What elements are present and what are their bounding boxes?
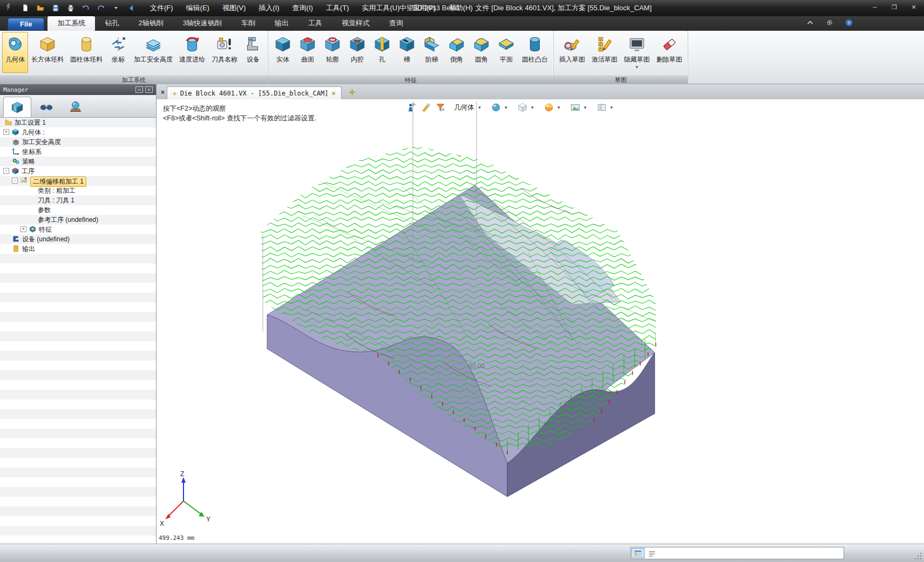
tree-row[interactable]: +几何体 : (0, 127, 156, 137)
new-file-icon[interactable] (21, 3, 30, 13)
ribbon-button-stock-cylinder[interactable]: 圆柱体坯料 (67, 32, 106, 73)
tree-item-label[interactable]: 加工设置 1 (15, 118, 46, 127)
ribbon-tab-1[interactable]: 加工系统 (47, 16, 95, 31)
ribbon-button-hole[interactable]: 孔 (370, 32, 395, 73)
wireframe-cube-icon[interactable] (517, 102, 528, 113)
menu-6[interactable]: 工具(T) (321, 2, 355, 15)
menu-5[interactable]: 查询(I) (287, 2, 318, 15)
statusbar-button-list-view[interactable] (646, 548, 658, 558)
tree-row[interactable]: 加工设置 1 (0, 118, 156, 127)
save-icon[interactable] (51, 3, 60, 13)
tree-collapse-icon[interactable]: - (12, 178, 18, 184)
tree-expand-icon[interactable]: + (3, 129, 9, 135)
undo-icon[interactable] (81, 3, 91, 13)
tree-row[interactable]: 输出 (0, 244, 156, 254)
ribbon-tab-4[interactable]: 3轴快速铣削 (173, 16, 232, 31)
ribbon-tab-3[interactable]: 2轴铣削 (128, 16, 173, 31)
ribbon-button-slot[interactable]: 槽 (395, 32, 419, 73)
ribbon-button-machine-setup[interactable]: 设备 (241, 32, 266, 73)
tree-item-label[interactable]: 参数 (38, 206, 51, 215)
tree-row[interactable]: +特征 (0, 225, 156, 234)
dropdown-caret-icon[interactable]: ▼ (635, 66, 639, 69)
panel-close-icon[interactable]: × (161, 89, 165, 96)
tree-expand-icon[interactable]: + (21, 226, 26, 232)
open-file-icon[interactable] (36, 3, 45, 13)
menu-4[interactable]: 插入(I) (253, 2, 284, 15)
ribbon-button-boss[interactable]: 圆柱凸台 (519, 32, 551, 73)
tree-item-label[interactable]: 输出 (22, 245, 35, 254)
track-observer-icon[interactable] (406, 102, 417, 113)
tree-item-label[interactable]: 策略 (22, 157, 35, 166)
chevron-down-icon[interactable]: ▼ (478, 105, 482, 110)
graphics-viewport[interactable]: 按下<F2>动态的观察 <F8>或者<Shift-roll> 查找下一个有效的过… (157, 99, 924, 544)
chevron-down-icon[interactable]: ▼ (609, 105, 614, 110)
ribbon-button-sketch-hide[interactable]: 隐藏草图▼ (621, 32, 653, 73)
render-ball-icon[interactable] (543, 102, 554, 113)
menu-2[interactable]: 编辑(E) (181, 2, 215, 15)
ribbon-tab-9[interactable]: 查询 (379, 16, 413, 31)
print-icon[interactable] (66, 3, 76, 13)
ribbon-button-datum[interactable]: 坐标 (106, 32, 131, 73)
ribbon-tab-2[interactable]: 钻孔 (95, 16, 128, 31)
tree-item-label[interactable]: 刀具 : 刀具 1 (38, 196, 74, 205)
new-tab-button[interactable]: ✛ (349, 88, 356, 97)
manager-tab-view-glasses[interactable] (32, 97, 60, 117)
tree-item-label[interactable]: 几何体 : (22, 128, 45, 137)
minimize-button[interactable]: ─ (868, 2, 882, 12)
toolbar-options-icon[interactable] (111, 3, 121, 13)
tree-row[interactable]: 参数 (0, 205, 156, 215)
tree-row[interactable]: 坐标系 (0, 147, 156, 157)
document-tab[interactable]: ✛ Die Block 4601.VX - [55.Die_block_CAM]… (167, 86, 342, 99)
resize-grip-icon[interactable] (913, 551, 923, 561)
settings-icon[interactable] (825, 18, 834, 28)
manager-tab-visual-manager[interactable] (62, 97, 90, 117)
shaded-sphere-icon[interactable] (491, 102, 501, 113)
ribbon-button-sketch-delete[interactable]: 删除草图 (653, 32, 685, 73)
collapse-ribbon-icon[interactable] (805, 18, 815, 28)
manager-restore-button[interactable]: ▭ (135, 86, 143, 93)
tree-item-label[interactable]: 参考工序 (undefined) (38, 215, 98, 225)
ribbon-button-step[interactable]: 阶梯 (419, 32, 444, 73)
tree-item-label[interactable]: 类别 : 粗加工 (38, 186, 76, 195)
tree-item-label[interactable]: 特征 (39, 225, 52, 234)
menu-3[interactable]: 视图(V) (217, 2, 251, 15)
ribbon-tab-6[interactable]: 输出 (265, 16, 298, 31)
tree-row[interactable]: 设备 (undefined) (0, 234, 156, 244)
tree-collapse-icon[interactable]: - (3, 168, 9, 174)
back-icon[interactable] (126, 3, 136, 13)
maximize-button[interactable]: ❐ (887, 2, 901, 12)
help-icon[interactable]: ? (844, 18, 854, 28)
ribbon-button-pocket[interactable]: 内腔 (345, 32, 370, 73)
tree-item-label[interactable]: 加工安全高度 (22, 138, 61, 147)
chevron-down-icon[interactable]: ▼ (583, 105, 587, 110)
die-block-3d-model[interactable]: 90.00ZXY (157, 99, 924, 544)
filter-icon[interactable] (435, 102, 446, 113)
manager-tab-cam-manager[interactable] (3, 97, 31, 117)
ribbon-tab-7[interactable]: 工具 (298, 16, 332, 31)
tree-row[interactable]: 策略 (0, 157, 156, 166)
ribbon-button-tool-name[interactable]: 刀具名称 (208, 32, 241, 73)
file-tab[interactable]: File (8, 18, 44, 31)
background-image-icon[interactable] (570, 102, 581, 113)
document-tab-close-icon[interactable]: × (331, 90, 335, 97)
redo-icon[interactable] (96, 3, 106, 13)
section-view-icon[interactable] (596, 102, 607, 113)
tree-row[interactable]: -二维偏移粗加工 1 (0, 176, 156, 186)
entity-filter-dropdown[interactable]: 几何体 (454, 103, 474, 112)
close-button[interactable]: ✕ (907, 2, 921, 12)
ribbon-button-clearance[interactable]: 加工安全高度 (131, 32, 176, 73)
ribbon-button-plane[interactable]: 平面 (494, 32, 519, 73)
tree-row[interactable]: 加工安全高度 (0, 137, 156, 147)
statusbar-button-grid-view[interactable] (631, 548, 644, 558)
tree-row[interactable]: 参考工序 (undefined) (0, 215, 156, 225)
tree-row[interactable]: 类别 : 粗加工 (0, 186, 156, 195)
ribbon-button-stock-block[interactable]: 长方体坯料 (28, 32, 67, 73)
chevron-down-icon[interactable]: ▼ (530, 105, 534, 110)
ribbon-button-sketch-activate[interactable]: 激活草图 (588, 32, 621, 73)
tree-item-label[interactable]: 坐标系 (22, 147, 42, 157)
ribbon-tab-8[interactable]: 视觉样式 (332, 16, 379, 31)
ribbon-button-contour[interactable]: 轮廓 (320, 32, 345, 73)
ribbon-button-chamfer[interactable]: 倒角 (444, 32, 469, 73)
ribbon-button-sketch-insert[interactable]: 插入草图 (556, 32, 588, 73)
chevron-down-icon[interactable]: ▼ (556, 105, 561, 110)
